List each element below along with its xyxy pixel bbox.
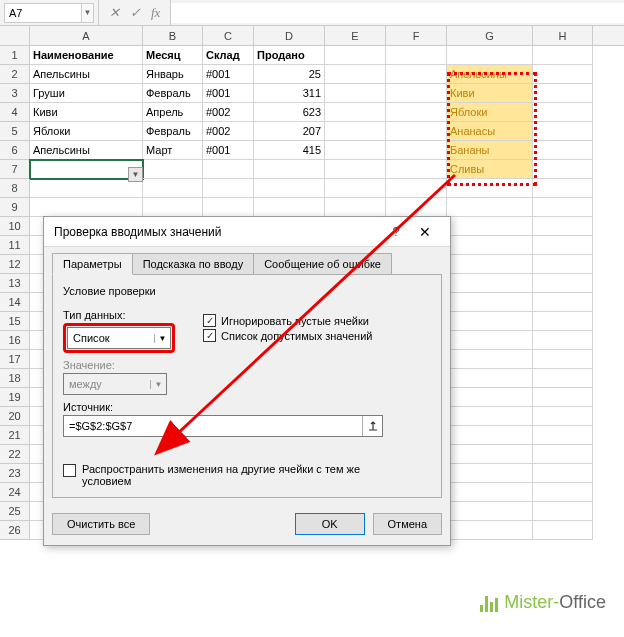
confirm-icon[interactable]: ✓ <box>130 5 141 21</box>
formula-input[interactable] <box>171 3 624 23</box>
cell[interactable] <box>533 502 593 521</box>
range-picker-icon[interactable] <box>362 416 382 436</box>
dropdown-handle-icon[interactable]: ▼ <box>128 167 143 182</box>
row-header[interactable]: 5 <box>0 122 30 141</box>
tab-input-message[interactable]: Подсказка по вводу <box>132 253 255 275</box>
row-header[interactable]: 3 <box>0 84 30 103</box>
row-header[interactable]: 6 <box>0 141 30 160</box>
cell[interactable] <box>447 293 533 312</box>
cell[interactable] <box>203 179 254 198</box>
cell[interactable] <box>447 46 533 65</box>
cell[interactable] <box>533 388 593 407</box>
cell[interactable] <box>254 179 325 198</box>
row-header[interactable]: 25 <box>0 502 30 521</box>
row-header[interactable]: 20 <box>0 407 30 426</box>
tab-error-alert[interactable]: Сообщение об ошибке <box>253 253 392 275</box>
cell[interactable]: Месяц <box>143 46 203 65</box>
row-header[interactable]: 11 <box>0 236 30 255</box>
cell[interactable] <box>447 198 533 217</box>
cell[interactable] <box>447 407 533 426</box>
row-header[interactable]: 22 <box>0 445 30 464</box>
cell[interactable] <box>533 312 593 331</box>
cell[interactable] <box>325 65 386 84</box>
cell[interactable]: 25 <box>254 65 325 84</box>
cell[interactable] <box>325 46 386 65</box>
col-header[interactable]: A <box>30 26 143 45</box>
cell[interactable] <box>447 331 533 350</box>
cell[interactable] <box>533 274 593 293</box>
row-header[interactable]: 9 <box>0 198 30 217</box>
cell[interactable] <box>533 369 593 388</box>
help-icon[interactable]: ? <box>382 224 410 239</box>
cell[interactable] <box>386 84 447 103</box>
cell[interactable]: Яблоки <box>30 122 143 141</box>
row-header[interactable]: 4 <box>0 103 30 122</box>
cell[interactable]: Ананасы <box>447 122 533 141</box>
row-header[interactable]: 8 <box>0 179 30 198</box>
cell[interactable] <box>533 103 593 122</box>
col-header[interactable]: B <box>143 26 203 45</box>
cell[interactable] <box>386 122 447 141</box>
col-header[interactable]: C <box>203 26 254 45</box>
cancel-icon[interactable]: ✕ <box>109 5 120 21</box>
cell[interactable] <box>325 179 386 198</box>
row-header[interactable]: 2 <box>0 65 30 84</box>
cell[interactable] <box>447 236 533 255</box>
row-header[interactable]: 19 <box>0 388 30 407</box>
select-all-corner[interactable] <box>0 26 30 45</box>
cell[interactable] <box>325 84 386 103</box>
type-select[interactable]: Список ▼ <box>67 327 171 349</box>
cell[interactable] <box>30 198 143 217</box>
cell[interactable] <box>447 464 533 483</box>
cell[interactable]: Киви <box>447 84 533 103</box>
cell[interactable] <box>533 464 593 483</box>
cell[interactable] <box>447 274 533 293</box>
cell[interactable]: 207 <box>254 122 325 141</box>
cell[interactable] <box>447 312 533 331</box>
cell[interactable] <box>447 255 533 274</box>
cell[interactable]: #001 <box>203 65 254 84</box>
cell[interactable] <box>447 369 533 388</box>
cell[interactable] <box>533 521 593 540</box>
cell[interactable]: Январь <box>143 65 203 84</box>
cell[interactable] <box>386 46 447 65</box>
cell[interactable] <box>447 483 533 502</box>
cell[interactable] <box>533 122 593 141</box>
show-dropdown-checkbox[interactable]: ✓ <box>203 329 216 342</box>
cell[interactable] <box>143 198 203 217</box>
cell[interactable] <box>143 179 203 198</box>
cell[interactable] <box>325 141 386 160</box>
name-box[interactable] <box>4 3 82 23</box>
cell[interactable] <box>533 198 593 217</box>
tab-parameters[interactable]: Параметры <box>52 253 133 275</box>
cell[interactable]: #002 <box>203 103 254 122</box>
cell[interactable] <box>203 198 254 217</box>
row-header[interactable]: 23 <box>0 464 30 483</box>
cell[interactable]: Бананы <box>447 141 533 160</box>
cell[interactable]: Апельсины <box>447 65 533 84</box>
row-header[interactable]: 15 <box>0 312 30 331</box>
row-header[interactable]: 13 <box>0 274 30 293</box>
cell[interactable]: Апельсины <box>30 65 143 84</box>
row-header[interactable]: 24 <box>0 483 30 502</box>
cell[interactable] <box>533 407 593 426</box>
cell[interactable] <box>325 103 386 122</box>
clear-all-button[interactable]: Очистить все <box>52 513 150 535</box>
row-header[interactable]: 14 <box>0 293 30 312</box>
cell[interactable] <box>30 179 143 198</box>
cell[interactable] <box>533 179 593 198</box>
row-header[interactable]: 7 <box>0 160 30 179</box>
cell[interactable]: Яблоки <box>447 103 533 122</box>
propagate-checkbox[interactable] <box>63 464 76 477</box>
cell[interactable] <box>386 179 447 198</box>
cell[interactable] <box>533 255 593 274</box>
cell[interactable]: Апрель <box>143 103 203 122</box>
cell[interactable]: 623 <box>254 103 325 122</box>
cell[interactable]: Март <box>143 141 203 160</box>
col-header[interactable]: F <box>386 26 447 45</box>
cell[interactable]: Февраль <box>143 122 203 141</box>
cell[interactable] <box>533 483 593 502</box>
selected-cell[interactable] <box>30 160 143 179</box>
source-input[interactable] <box>64 416 362 436</box>
col-header[interactable]: G <box>447 26 533 45</box>
